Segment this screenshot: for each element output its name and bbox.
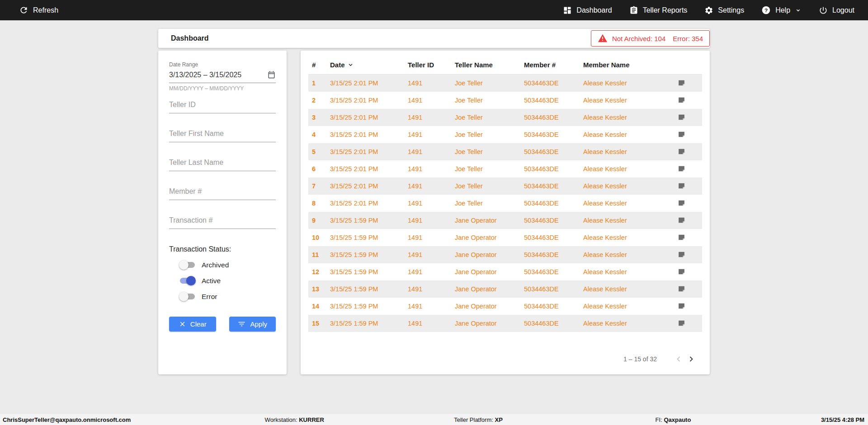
teller-id-input[interactable] [169,97,276,113]
note-icon[interactable] [677,112,686,122]
note-icon[interactable] [677,198,686,208]
date-range-helper: MM/DD/YYYY – MM/DD/YYYY [169,85,276,92]
alert-banner: Not Archived: 104 Error: 354 [591,30,710,47]
svg-text:?: ? [764,7,768,14]
note-icon[interactable] [677,78,686,88]
col-header-date: Date [326,55,404,75]
navbar-right: Dashboard Teller Reports Settings ? Help [563,5,854,15]
note-icon[interactable] [677,215,686,225]
active-toggle[interactable] [179,276,196,285]
close-icon [179,320,186,328]
nav-logout[interactable]: Logout [819,6,854,15]
col-header-member-name: Member Name [580,55,661,75]
table-row[interactable]: 12 3/15/25 1:59 PM 1491 Jane Operator 50… [308,263,702,280]
nav-dashboard-label: Dashboard [576,6,612,14]
status-bar: ChrisSuperTeller@qaxpauto.onmicrosoft.co… [0,414,868,425]
table-header-row: # Date Teller ID Teller Name Member # Me… [308,55,702,75]
chevron-down-icon [795,7,802,14]
note-icon[interactable] [677,301,686,311]
warning-icon [598,33,608,43]
table-row[interactable]: 3 3/15/25 2:01 PM 1491 Joe Teller 503446… [308,109,702,126]
next-page-button[interactable] [685,353,698,365]
table-row[interactable]: 13 3/15/25 1:59 PM 1491 Jane Operator 50… [308,280,702,298]
table-row[interactable]: 5 3/15/25 2:01 PM 1491 Joe Teller 503446… [308,143,702,160]
calendar-icon[interactable] [267,70,276,79]
note-icon[interactable] [677,164,686,173]
col-header-num: # [308,55,326,75]
refresh-button[interactable]: Refresh [19,5,58,15]
error-toggle[interactable] [179,292,196,301]
chevron-left-icon [674,355,683,364]
gear-icon [704,6,713,15]
error-toggle-label: Error [202,293,217,301]
active-toggle-label: Active [202,277,221,285]
note-icon[interactable] [677,284,686,294]
date-range-input[interactable] [169,71,258,79]
clear-button[interactable]: Clear [169,317,216,332]
teller-last-name-input[interactable] [169,155,276,171]
col-header-note [661,55,702,75]
table-row[interactable]: 15 3/15/25 1:59 PM 1491 Jane Operator 50… [308,315,702,332]
logged-in-user: ChrisSuperTeller@qaxpauto.onmicrosoft.co… [3,416,131,423]
pagination: 1 – 15 of 32 [308,353,702,365]
filter-panel: Date Range MM/DD/YYYY – MM/DD/YYYY Trans… [158,51,287,374]
top-navbar: Refresh Dashboard Teller Reports Setting… [0,0,868,20]
note-icon[interactable] [677,233,686,242]
clipboard-icon [629,6,638,15]
nav-settings[interactable]: Settings [704,6,744,15]
transactions-table-card: # Date Teller ID Teller Name Member # Me… [301,51,710,374]
current-datetime: 3/15/25 4:28 PM [821,416,864,423]
apply-button-label: Apply [250,320,267,328]
col-header-teller-id: Teller ID [404,55,451,75]
table-row[interactable]: 11 3/15/25 1:59 PM 1491 Jane Operator 50… [308,246,702,263]
date-sort-control[interactable]: Date [330,61,354,69]
transaction-status-label: Transaction Status: [169,245,276,253]
member-number-input[interactable] [169,184,276,200]
note-icon[interactable] [677,147,686,156]
nav-teller-reports[interactable]: Teller Reports [629,6,688,15]
date-range-field [169,68,276,83]
note-icon[interactable] [677,267,686,276]
transactions-table: # Date Teller ID Teller Name Member # Me… [308,55,702,332]
toggle-row-error: Error [179,292,276,301]
toggle-row-active: Active [179,276,276,285]
col-header-teller-name: Teller Name [451,55,520,75]
nav-logout-label: Logout [832,6,854,14]
workstation-info: Workstation: KURRER [265,416,324,423]
note-icon[interactable] [677,250,686,259]
table-row[interactable]: 6 3/15/25 2:01 PM 1491 Joe Teller 503446… [308,160,702,177]
filter-icon [237,320,246,328]
fi-info: FI: Qaxpauto [656,416,691,423]
apply-button[interactable]: Apply [229,317,276,332]
table-row[interactable]: 4 3/15/25 2:01 PM 1491 Joe Teller 503446… [308,126,702,143]
alert-error: Error: 354 [673,35,703,42]
nav-help-label: Help [775,6,790,14]
refresh-label: Refresh [33,6,58,14]
table-row[interactable]: 7 3/15/25 2:01 PM 1491 Joe Teller 503446… [308,177,702,195]
archived-toggle-label: Archived [202,261,229,269]
nav-help[interactable]: ? Help [761,5,802,15]
teller-first-name-input[interactable] [169,126,276,142]
col-header-member-num: Member # [520,55,580,75]
note-icon[interactable] [677,181,686,191]
main-area: Dashboard Not Archived: 104 Error: 354 D… [0,20,868,414]
table-row[interactable]: 1 3/15/25 2:01 PM 1491 Joe Teller 503446… [308,75,702,92]
note-icon[interactable] [677,95,686,105]
nav-dashboard[interactable]: Dashboard [563,6,612,15]
refresh-icon [19,5,28,15]
dashboard-icon [563,6,572,15]
transaction-number-input[interactable] [169,213,276,229]
table-row[interactable]: 2 3/15/25 2:01 PM 1491 Joe Teller 503446… [308,92,702,109]
archived-toggle[interactable] [179,260,196,270]
chevron-right-icon [687,355,696,364]
sort-desc-icon [347,61,354,69]
page-title: Dashboard [171,34,209,42]
note-icon[interactable] [677,318,686,328]
toggle-row-archived: Archived [179,260,276,270]
table-row[interactable]: 14 3/15/25 1:59 PM 1491 Jane Operator 50… [308,298,702,315]
table-row[interactable]: 8 3/15/25 2:01 PM 1491 Joe Teller 503446… [308,195,702,212]
table-row[interactable]: 9 3/15/25 1:59 PM 1491 Jane Operator 503… [308,212,702,229]
note-icon[interactable] [677,130,686,139]
table-row[interactable]: 10 3/15/25 1:59 PM 1491 Jane Operator 50… [308,229,702,246]
help-icon: ? [761,5,771,15]
